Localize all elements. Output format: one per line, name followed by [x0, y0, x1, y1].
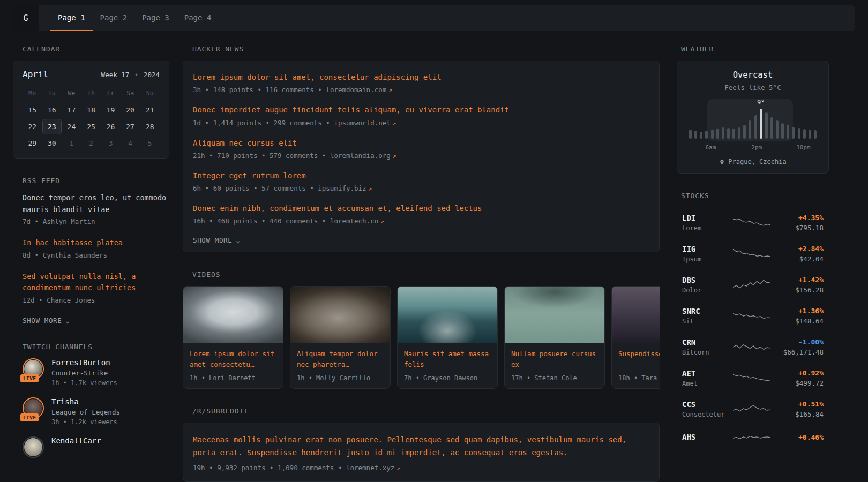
- video-thumbnail[interactable]: [612, 287, 660, 343]
- story-title[interactable]: Lorem ipsum dolor sit amet, consectetur …: [193, 72, 649, 82]
- weather-bar-fill: [716, 129, 719, 139]
- video-thumbnail[interactable]: [290, 287, 390, 343]
- channel-name[interactable]: ForrestBurton: [51, 358, 117, 367]
- hackernews-show-more-button[interactable]: SHOW MORE⌄: [193, 236, 241, 244]
- calendar-day: 29: [23, 135, 42, 151]
- weather-hour-bar: [814, 109, 817, 139]
- rss-item-title[interactable]: Donec tempor eros leo, ut commodo mauris…: [23, 192, 169, 215]
- video-card[interactable]: Suspendisse diam 18h • Tara: [611, 286, 660, 389]
- story-stats: 6h • 60 points • 57 comments •: [193, 184, 318, 192]
- weather-bar-fill: [722, 127, 724, 139]
- calendar-day: 17: [62, 102, 81, 118]
- rss-item: Donec tempor eros leo, ut commodo mauris…: [23, 192, 169, 225]
- story-title[interactable]: Integer eget rutrum lorem: [193, 170, 649, 181]
- video-title[interactable]: Mauris sit amet massa felis: [404, 349, 491, 370]
- page-tab[interactable]: Page 2: [93, 5, 135, 31]
- calendar-day: 23: [42, 119, 62, 134]
- calendar-month: April: [23, 69, 48, 79]
- story-meta: 21h • 710 points • 579 comments • loreml…: [193, 152, 649, 160]
- separator-dot: •: [134, 71, 139, 79]
- weather-hourly-chart: 9°: [688, 109, 818, 139]
- video-thumbnail[interactable]: [398, 287, 497, 343]
- post-title[interactable]: Maecenas mollis pulvinar erat non posuer…: [193, 434, 649, 458]
- twitch-channel-row[interactable]: LIVE Trisha League of Legends 3h • 1.2k …: [23, 397, 169, 426]
- location-name: Prague, Czechia: [728, 158, 786, 165]
- calendar-widget-title: CALENDAR: [23, 45, 169, 53]
- weather-bar-fill: [814, 130, 817, 139]
- stock-identity: CRN Bitcorn: [682, 338, 731, 356]
- weather-hour-bar: [770, 109, 773, 139]
- page-tab[interactable]: Page 4: [177, 5, 219, 31]
- calendar-header: April Week 17 • 2024: [23, 69, 160, 79]
- page-tab[interactable]: Page 1: [50, 5, 93, 31]
- stock-name: Dolor: [682, 287, 731, 294]
- day-of-week-label: Fr: [101, 87, 121, 99]
- calendar-card: April Week 17 • 2024 MoTuWeThFrSaSu 1516…: [13, 61, 169, 159]
- external-link-icon: ↗: [368, 184, 372, 192]
- rss-item-meta: 7d • Ashlyn Martin: [23, 217, 169, 225]
- weather-bar-fill: [732, 129, 735, 139]
- top-bar: G Page 1Page 2Page 3Page 4: [13, 5, 855, 31]
- rss-show-more-button[interactable]: SHOW MORE⌄: [23, 317, 70, 325]
- hackernews-item: Aliquam nec cursus elit 21h • 710 points…: [193, 138, 649, 160]
- calendar-day: 4: [121, 135, 140, 151]
- story-domain-link[interactable]: loremtech.co: [330, 217, 378, 225]
- stock-sparkline: [731, 309, 772, 323]
- video-title[interactable]: Nullam posuere cursus ex: [511, 349, 598, 370]
- weather-bar-fill: [743, 125, 746, 139]
- weather-bar-fill: [727, 128, 730, 139]
- rss-widget: RSS FEED Donec tempor eros leo, ut commo…: [13, 177, 169, 325]
- video-title[interactable]: Suspendisse diam: [618, 349, 660, 370]
- story-domain-link[interactable]: ipsumworld.net: [334, 119, 390, 127]
- calendar-day: 2: [81, 135, 101, 151]
- stock-change: +0.92%: [772, 369, 824, 377]
- stock-sparkline: [731, 216, 772, 230]
- story-domain-link[interactable]: loremdomain.com: [326, 86, 386, 94]
- calendar-day: 24: [62, 119, 81, 134]
- stock-change: +1.42%: [772, 276, 824, 284]
- post-domain-link[interactable]: loremnet.xyz: [346, 464, 394, 472]
- story-domain-link[interactable]: ipsumify.biz: [318, 184, 366, 192]
- stock-change: +0.46%: [772, 433, 824, 441]
- story-title[interactable]: Donec enim nibh, condimentum et accumsan…: [193, 203, 649, 214]
- hackernews-card: Lorem ipsum dolor sit amet, consectetur …: [183, 61, 660, 252]
- rss-item-title[interactable]: Sed volutpat nulla nisl, a condimentum n…: [23, 271, 169, 294]
- video-card-body: Lorem ipsum dolor sit amet consectetu… 1…: [183, 343, 283, 388]
- weather-hour-bar: [716, 109, 719, 139]
- stock-price: $148.64: [772, 317, 824, 325]
- video-card[interactable]: Aliquam tempor dolor nec pharetra… 1h • …: [290, 286, 391, 389]
- weather-bar-fill: [749, 120, 751, 139]
- stock-sparkline: [731, 340, 772, 354]
- story-title[interactable]: Aliquam nec cursus elit: [193, 138, 649, 148]
- stock-identity: CCS Consectetur: [682, 400, 731, 418]
- calendar-day: 16: [42, 102, 62, 118]
- channel-name[interactable]: Trisha: [51, 397, 120, 406]
- stock-price: $499.72: [772, 379, 824, 387]
- weather-hour-bar: [722, 109, 724, 139]
- weather-hour-bar: [754, 109, 757, 139]
- weather-bar-fill: [776, 120, 779, 139]
- stock-figures: +1.36% $148.64: [772, 307, 824, 325]
- video-card[interactable]: Lorem ipsum dolor sit amet consectetu… 1…: [183, 286, 283, 389]
- video-thumbnail[interactable]: [505, 287, 604, 343]
- video-card[interactable]: Nullam posuere cursus ex 17h • Stefan Co…: [504, 286, 605, 389]
- video-title[interactable]: Lorem ipsum dolor sit amet consectetu…: [190, 349, 276, 370]
- page-tab[interactable]: Page 3: [134, 5, 177, 31]
- story-domain-link[interactable]: loremlandia.org: [330, 152, 391, 160]
- stock-row: AET Amet +0.92% $499.72: [681, 363, 825, 394]
- calendar-day: 25: [81, 119, 101, 134]
- stock-figures: +0.51% $165.84: [772, 400, 824, 418]
- video-card[interactable]: Mauris sit amet massa felis 7h • Grayson…: [397, 286, 498, 389]
- video-thumbnail[interactable]: [183, 287, 283, 343]
- avatar: LIVE: [23, 397, 44, 419]
- channel-name[interactable]: KendallCarr: [51, 436, 101, 445]
- stock-price: $42.04: [772, 255, 824, 263]
- avatar: LIVE: [23, 436, 44, 458]
- stock-row: AHS +0.46%: [681, 425, 825, 451]
- twitch-channel-row[interactable]: LIVE ForrestBurton Counter-Strike 1h • 1…: [23, 358, 169, 387]
- video-title[interactable]: Aliquam tempor dolor nec pharetra…: [297, 349, 384, 370]
- story-title[interactable]: Donec imperdiet augue tincidunt felis al…: [193, 104, 649, 115]
- rss-item-title[interactable]: In hac habitasse platea: [23, 237, 169, 249]
- app-logo[interactable]: G: [13, 5, 39, 31]
- twitch-channel-row[interactable]: LIVE KendallCarr: [23, 436, 169, 458]
